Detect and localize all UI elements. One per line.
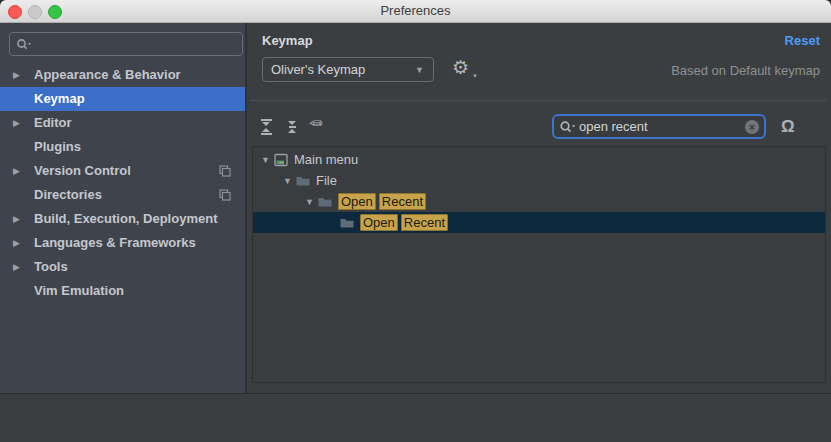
tree-row-label: Main menu xyxy=(294,152,358,167)
search-match-highlight: Open xyxy=(360,214,398,231)
window-title: Preferences xyxy=(0,0,831,22)
settings-sidebar: Appearance & Behavior Keymap Editor Plug… xyxy=(0,23,245,393)
sidebar-item-label: Appearance & Behavior xyxy=(34,67,181,82)
sidebar-item-build-execution-deployment[interactable]: Build, Execution, Deployment xyxy=(0,207,245,231)
header-separator xyxy=(250,100,826,101)
sidebar-item-label: Tools xyxy=(34,259,68,274)
chevron-down-icon[interactable] xyxy=(305,197,317,207)
sidebar-divider xyxy=(245,23,247,393)
reset-link[interactable]: Reset xyxy=(785,33,820,48)
folder-icon xyxy=(295,173,311,189)
footer-bar: ? Cancel Apply OK xyxy=(0,394,831,442)
search-match-highlight: Recent xyxy=(379,193,426,210)
main-menu-icon xyxy=(273,152,289,168)
clear-search-icon[interactable] xyxy=(745,120,759,134)
sidebar-item-appearance-behavior[interactable]: Appearance & Behavior xyxy=(0,63,245,87)
sidebar-item-tools[interactable]: Tools xyxy=(0,255,245,279)
sidebar-item-label: Directories xyxy=(34,187,102,202)
gear-icon[interactable] xyxy=(452,56,476,80)
folder-icon xyxy=(339,215,355,231)
chevron-right-icon[interactable] xyxy=(13,207,20,231)
sidebar-item-keymap[interactable]: Keymap xyxy=(0,87,245,111)
preferences-window: Preferences Appearance & Behavior Keymap… xyxy=(0,0,831,442)
based-on-label: Based on Default keymap xyxy=(671,63,820,78)
sidebar-item-label: Languages & Frameworks xyxy=(34,235,196,250)
sidebar-item-languages-frameworks[interactable]: Languages & Frameworks xyxy=(0,231,245,255)
expand-all-icon[interactable] xyxy=(258,118,274,136)
sidebar-item-plugins[interactable]: Plugins xyxy=(0,135,245,159)
collapse-all-icon[interactable] xyxy=(284,118,300,136)
tree-row-label: File xyxy=(316,173,337,188)
keymap-select-value: Oliver's Keymap xyxy=(271,62,365,77)
search-icon xyxy=(16,38,32,51)
sidebar-item-editor[interactable]: Editor xyxy=(0,111,245,135)
tree-row-main-menu[interactable]: Main menu xyxy=(253,149,825,170)
project-scope-icon xyxy=(219,189,231,201)
action-search-input[interactable]: open recent xyxy=(552,114,766,139)
search-icon xyxy=(559,120,576,134)
settings-search-input[interactable] xyxy=(9,32,243,56)
folder-icon xyxy=(317,194,333,210)
sidebar-item-label: Editor xyxy=(34,115,72,130)
search-match-highlight: Open xyxy=(338,193,376,210)
chevron-down-icon[interactable] xyxy=(261,155,273,165)
chevron-right-icon[interactable] xyxy=(13,63,20,87)
sidebar-item-label: Plugins xyxy=(34,139,81,154)
sidebar-item-version-control[interactable]: Version Control xyxy=(0,159,245,183)
tree-row-open-recent-selected[interactable]: Open Recent xyxy=(253,212,825,233)
chevron-down-icon[interactable] xyxy=(283,176,295,186)
chevron-down-icon xyxy=(415,65,424,75)
edit-pencil-icon[interactable] xyxy=(309,114,327,136)
tree-row-file[interactable]: File xyxy=(253,170,825,191)
chevron-right-icon[interactable] xyxy=(13,111,20,135)
sidebar-item-label: Vim Emulation xyxy=(34,283,124,298)
sidebar-item-directories[interactable]: Directories xyxy=(0,183,245,207)
project-scope-icon xyxy=(219,165,231,177)
sidebar-item-vim-emulation[interactable]: Vim Emulation xyxy=(0,279,245,303)
action-search-value: open recent xyxy=(579,119,745,134)
sidebar-item-label: Keymap xyxy=(34,91,85,106)
tree-row-open-recent[interactable]: Open Recent xyxy=(253,191,825,212)
keymap-select[interactable]: Oliver's Keymap xyxy=(262,57,434,82)
sidebar-item-label: Build, Execution, Deployment xyxy=(34,211,217,226)
search-match-highlight: Recent xyxy=(401,214,448,231)
chevron-right-icon[interactable] xyxy=(13,231,20,255)
titlebar: Preferences xyxy=(0,0,831,23)
page-title: Keymap xyxy=(262,33,313,48)
sidebar-item-label: Version Control xyxy=(34,163,131,178)
find-by-shortcut-icon[interactable] xyxy=(781,117,801,137)
chevron-right-icon[interactable] xyxy=(13,255,20,279)
keymap-tree: Main menu File Open Recent Open Recent xyxy=(252,146,826,383)
settings-categories: Appearance & Behavior Keymap Editor Plug… xyxy=(0,63,245,303)
chevron-right-icon[interactable] xyxy=(13,159,20,183)
